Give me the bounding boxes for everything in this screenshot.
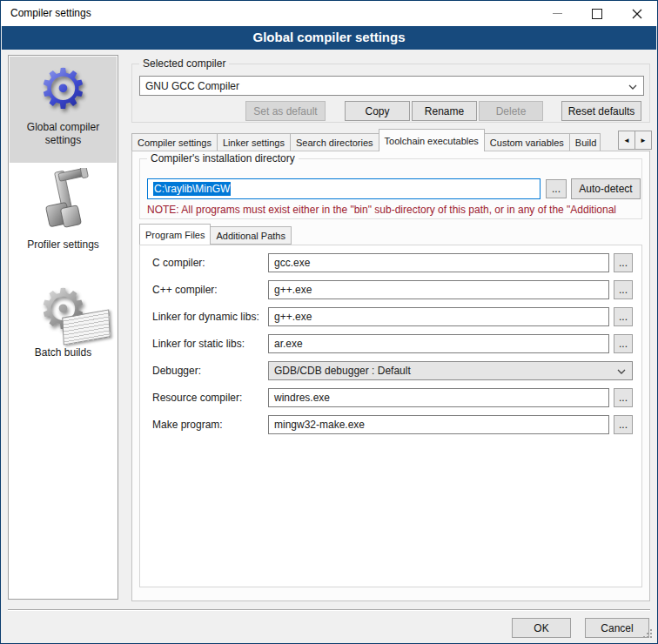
- sidebar-item-label: Global compiler settings: [10, 121, 117, 147]
- cpp-compiler-value: g++.exe: [274, 284, 312, 296]
- linker-static-label: Linker for static libs:: [152, 334, 245, 353]
- tab-additional-paths[interactable]: Additional Paths: [210, 226, 292, 245]
- resource-compiler-browse-button[interactable]: ...: [614, 388, 633, 407]
- sidebar-item-batch-builds[interactable]: Batch builds: [10, 272, 117, 367]
- tab-toolchain-executables[interactable]: Toolchain executables: [379, 129, 485, 151]
- sidebar-item-profiler-settings[interactable]: Profiler settings: [10, 167, 117, 263]
- make-program-browse-button[interactable]: ...: [614, 415, 633, 434]
- compiler-select[interactable]: GNU GCC Compiler: [139, 76, 644, 96]
- installation-directory-legend: Compiler's installation directory: [147, 152, 299, 164]
- make-program-value: mingw32-make.exe: [274, 419, 365, 431]
- installation-directory-input[interactable]: C:\raylib\MinGW: [147, 178, 540, 199]
- tab-custom-variables[interactable]: Custom variables: [484, 133, 570, 151]
- linker-static-value: ar.exe: [274, 338, 303, 350]
- rename-button[interactable]: Rename: [412, 101, 477, 121]
- make-program-label: Make program:: [152, 415, 223, 434]
- tab-linker-settings[interactable]: Linker settings: [217, 133, 291, 151]
- tab-scroll-left-icon: ◄: [623, 137, 630, 144]
- installation-directory-group: Compiler's installation directory C:\ray…: [139, 158, 642, 219]
- resource-compiler-label: Resource compiler:: [152, 388, 242, 407]
- tab-scroll-left-button[interactable]: ◄: [618, 131, 635, 150]
- tab-scroll-right-icon: ►: [640, 137, 647, 144]
- sidebar-item-global-compiler-settings[interactable]: Global compiler settings: [10, 57, 117, 163]
- c-compiler-browse-button[interactable]: ...: [614, 253, 633, 272]
- linker-static-browse-button[interactable]: ...: [614, 334, 633, 353]
- cancel-button[interactable]: Cancel: [585, 618, 649, 638]
- cpp-compiler-input[interactable]: g++.exe: [268, 280, 609, 299]
- linker-dynamic-browse-button[interactable]: ...: [614, 307, 633, 326]
- tab-program-files[interactable]: Program Files: [139, 224, 211, 245]
- titlebar[interactable]: Compiler settings: [1, 1, 657, 26]
- ok-button[interactable]: OK: [512, 618, 571, 638]
- window-title: Compiler settings: [10, 1, 91, 26]
- minimize-icon: [553, 13, 562, 14]
- caliper-icon: [30, 168, 97, 238]
- page-title: Global compiler settings: [2, 26, 656, 50]
- sidebar-item-label: Profiler settings: [10, 238, 117, 252]
- tab-compiler-settings[interactable]: Compiler settings: [131, 133, 218, 151]
- selected-compiler-legend: Selected compiler: [139, 57, 229, 70]
- installation-note: NOTE: All programs must exist either in …: [147, 204, 638, 216]
- linker-dynamic-value: g++.exe: [274, 311, 312, 323]
- cpp-compiler-label: C++ compiler:: [152, 280, 218, 299]
- tab-search-directories[interactable]: Search directories: [290, 133, 379, 151]
- settings-category-list: Global compiler settings: [8, 55, 118, 600]
- program-files-tab-bar: Program Files Additional Paths: [139, 224, 642, 245]
- c-compiler-input[interactable]: gcc.exe: [268, 253, 609, 272]
- cpp-compiler-browse-button[interactable]: ...: [614, 280, 633, 299]
- installation-directory-value: C:\raylib\MinGW: [153, 182, 231, 196]
- linker-dynamic-input[interactable]: g++.exe: [268, 307, 609, 326]
- auto-detect-button[interactable]: Auto-detect: [571, 178, 641, 199]
- linker-static-input[interactable]: ar.exe: [268, 334, 609, 353]
- tab-build-truncated[interactable]: Build: [569, 133, 601, 151]
- tab-scroll-right-button[interactable]: ►: [634, 131, 652, 150]
- blue-gear-icon: [38, 59, 88, 118]
- c-compiler-label: C compiler:: [152, 253, 205, 272]
- resize-grip[interactable]: [650, 636, 652, 638]
- browse-directory-button[interactable]: ...: [546, 179, 567, 198]
- debugger-value: GDB/CDB debugger : Default: [274, 365, 411, 377]
- debugger-label: Debugger:: [152, 361, 201, 380]
- close-button[interactable]: [617, 1, 657, 26]
- linker-dynamic-label: Linker for dynamic libs:: [152, 307, 259, 326]
- resource-compiler-value: windres.exe: [274, 392, 330, 404]
- close-icon: [632, 9, 642, 19]
- chevron-down-icon: [617, 365, 626, 377]
- compiler-settings-dialog: Compiler settings Global compiler settin…: [0, 0, 658, 644]
- resource-compiler-input[interactable]: windres.exe: [268, 388, 609, 407]
- program-files-panel: C compiler: gcc.exe ... C++ compiler: g+…: [139, 245, 642, 587]
- reset-defaults-button[interactable]: Reset defaults: [561, 101, 641, 121]
- debugger-select[interactable]: GDB/CDB debugger : Default: [268, 361, 633, 380]
- maximize-button[interactable]: [577, 1, 617, 26]
- c-compiler-value: gcc.exe: [274, 257, 310, 269]
- delete-button[interactable]: Delete: [479, 101, 543, 121]
- minimize-button[interactable]: [537, 1, 577, 26]
- caption-buttons: [537, 1, 657, 26]
- chevron-down-icon: [628, 80, 637, 92]
- maximize-icon: [592, 9, 602, 19]
- main-tab-bar: Compiler settings Linker settings Search…: [131, 129, 619, 151]
- selected-compiler-group: Selected compiler GNU GCC Compiler Set a…: [131, 64, 650, 123]
- toolchain-executables-panel: Compiler's installation directory C:\ray…: [131, 151, 650, 601]
- make-program-input[interactable]: mingw32-make.exe: [268, 415, 609, 434]
- copy-button[interactable]: Copy: [345, 101, 410, 121]
- set-as-default-button[interactable]: Set as default: [245, 101, 326, 121]
- sidebar-item-label: Batch builds: [10, 346, 117, 359]
- footer-divider: [8, 609, 650, 611]
- compiler-select-value: GNU GCC Compiler: [145, 80, 239, 92]
